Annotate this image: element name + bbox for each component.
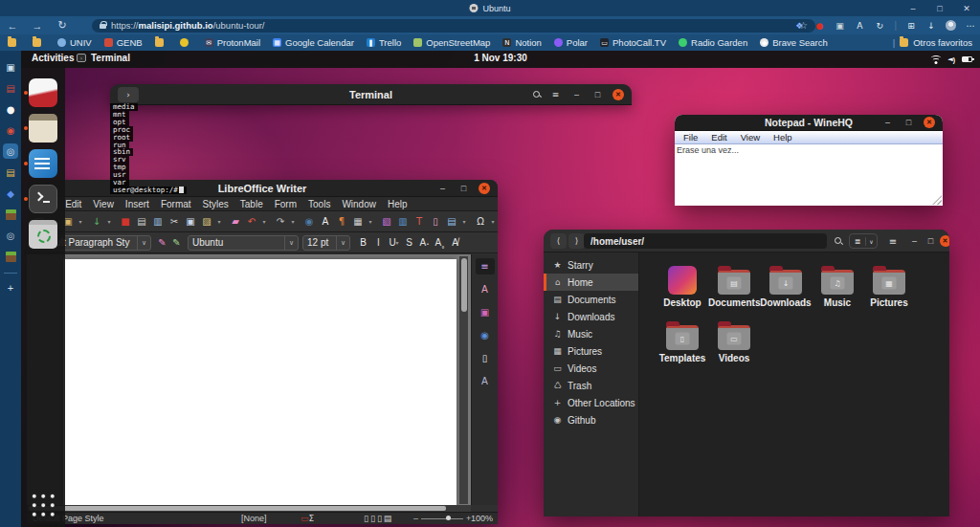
history-icon[interactable]: ↻ bbox=[874, 21, 885, 31]
extensions-hub-icon[interactable]: ⊞ bbox=[905, 21, 917, 31]
notepad-close-button[interactable]: ✕ bbox=[924, 117, 935, 128]
target-site-icon[interactable]: ◎ bbox=[3, 228, 18, 243]
folder-item[interactable]: ♫ Music bbox=[812, 266, 863, 308]
zoom-knob[interactable] bbox=[446, 516, 451, 520]
writer-menu-item[interactable]: Edit bbox=[65, 199, 81, 209]
terminal-search-icon[interactable] bbox=[533, 91, 541, 99]
sidebar-panel-icon[interactable]: ▣ bbox=[3, 59, 18, 75]
dock-browser-app[interactable] bbox=[24, 77, 62, 108]
browser-close-button[interactable]: ✕ bbox=[953, 0, 980, 16]
minecraft-site-icon[interactable] bbox=[3, 207, 18, 222]
terminal-body[interactable]: mediamntoptprocrootrunsbinsrvtmpusrvar u… bbox=[110, 103, 632, 249]
files-menu-icon[interactable]: ≡ bbox=[886, 233, 900, 249]
bookmark-item[interactable]: ▦ Google Calendar bbox=[273, 37, 354, 48]
bookmark-item[interactable] bbox=[180, 38, 192, 47]
writer-vertical-scrollbar[interactable] bbox=[459, 256, 468, 504]
files-search-icon[interactable] bbox=[831, 233, 846, 249]
files-back-button[interactable]: ⟨ bbox=[550, 233, 567, 249]
activities-button[interactable]: Activities bbox=[32, 53, 74, 63]
folder-item[interactable]: ▭ Videos bbox=[708, 321, 760, 363]
bookmark-item[interactable]: ◆ Brave Search bbox=[760, 37, 828, 48]
zoom-level[interactable]: 100% bbox=[471, 514, 493, 523]
bookmark-item[interactable]: N Notion bbox=[502, 37, 541, 48]
terminal-maximize-button[interactable]: □ bbox=[591, 90, 604, 99]
system-status-area[interactable]: ◄) bbox=[930, 51, 972, 68]
terminal-titlebar[interactable]: › Terminal ≡ – □ ✕ bbox=[110, 84, 632, 105]
other-favorites[interactable]: | Otros favoritos bbox=[893, 37, 980, 48]
bookmark-item[interactable] bbox=[33, 38, 45, 47]
show-applications-button[interactable] bbox=[31, 493, 56, 517]
folder-item[interactable]: ▤ Documents bbox=[708, 266, 760, 308]
bookmark-item[interactable]: GENB bbox=[104, 37, 143, 48]
terminal-menu-icon[interactable]: ≡ bbox=[549, 90, 562, 99]
page-deck[interactable]: ▯ bbox=[476, 350, 495, 366]
folder-item[interactable]: Desktop bbox=[657, 266, 708, 308]
forward-button[interactable]: → bbox=[25, 20, 50, 32]
settings-menu-icon[interactable]: ⋯ bbox=[965, 21, 976, 31]
adguard-extension-icon[interactable]: A bbox=[854, 21, 865, 31]
browser-minimize-button[interactable]: – bbox=[900, 0, 926, 16]
notepad-menu-item[interactable]: Help bbox=[773, 132, 792, 143]
notepad-editor[interactable]: Erase una vez... bbox=[675, 144, 943, 206]
red-extension-icon[interactable]: ● bbox=[813, 21, 825, 31]
files-forward-button[interactable]: ⟩ bbox=[568, 233, 585, 249]
notepad-menu-item[interactable]: File bbox=[683, 132, 698, 143]
gallery-deck[interactable]: ▣ bbox=[476, 304, 495, 320]
bookmark-item[interactable]: ❚ Trello bbox=[367, 37, 401, 48]
resize-grip[interactable] bbox=[932, 195, 942, 205]
bookmark-item[interactable] bbox=[8, 38, 20, 47]
folder-item[interactable]: ↓ Downloads bbox=[760, 266, 812, 308]
notepad-titlebar[interactable]: Notepad - WineHQ – □ ✕ bbox=[675, 115, 943, 131]
dock-files[interactable] bbox=[24, 113, 62, 143]
red-site-icon[interactable]: ▤ bbox=[3, 80, 18, 96]
files-sidebar-item[interactable]: ▤ Documents bbox=[544, 291, 638, 308]
zoom-slider[interactable]: – + bbox=[413, 514, 471, 523]
files-sidebar-item[interactable]: ▦ Pictures bbox=[544, 342, 638, 360]
bookmark-item[interactable]: OpenStreetMap bbox=[413, 37, 490, 48]
files-sidebar-item[interactable]: ◉ Github bbox=[544, 411, 638, 428]
notepad-menu-item[interactable]: View bbox=[741, 132, 760, 143]
files-path-bar[interactable]: /home/user/ bbox=[584, 233, 827, 249]
bookmark-item[interactable] bbox=[155, 38, 167, 47]
files-view-toggle[interactable]: ≣ ∨ bbox=[849, 233, 878, 249]
style-inspector-deck[interactable]: A bbox=[476, 373, 495, 389]
writer-page[interactable] bbox=[63, 259, 457, 505]
docs-site-icon[interactable]: ▤ bbox=[3, 165, 18, 180]
files-sidebar-item[interactable]: ♫ Music bbox=[544, 325, 638, 342]
navigator-deck[interactable]: ◉ bbox=[476, 327, 495, 343]
focused-app-indicator[interactable]: › Terminal bbox=[77, 53, 130, 63]
files-sidebar-item[interactable]: + Other Locations bbox=[544, 394, 638, 411]
bookmark-item[interactable]: ✉ ProtonMail bbox=[205, 37, 260, 48]
blue-site-icon[interactable]: ◆ bbox=[3, 186, 18, 201]
terminal-home-button[interactable]: › bbox=[118, 87, 139, 102]
files-sidebar-item[interactable]: ♺ Trash bbox=[544, 377, 638, 394]
notepad-minimize-button[interactable]: – bbox=[881, 118, 894, 127]
files-minimize-button[interactable]: – bbox=[908, 233, 921, 249]
reload-button[interactable]: ↻ bbox=[50, 19, 75, 32]
files-headerbar[interactable]: ⟨ ⟩ /home/user/ ≣ ∨ ≡ – □ ✕ bbox=[544, 230, 949, 253]
view-layout-buttons[interactable]: ▯▯▯▤ bbox=[364, 514, 393, 523]
scrollbar-thumb[interactable] bbox=[29, 506, 446, 511]
notepad-maximize-button[interactable]: □ bbox=[902, 118, 915, 127]
ubuntu-tour-site-icon[interactable]: ◎ bbox=[3, 143, 18, 159]
address-bar[interactable]: https://malisipi.github.io/ubuntu-tour/ … bbox=[92, 19, 815, 33]
dock-libreoffice-writer[interactable] bbox=[24, 148, 62, 179]
downloads-icon[interactable]: ↓ bbox=[925, 21, 937, 31]
folder-item[interactable]: ▯ Templates bbox=[657, 321, 708, 363]
bookmark-item[interactable]: Radio Garden bbox=[679, 37, 747, 48]
clock[interactable]: 1 Nov 19:30 bbox=[474, 53, 527, 63]
terminal-close-button[interactable]: ✕ bbox=[612, 89, 624, 100]
profile-avatar[interactable] bbox=[946, 20, 956, 31]
notepad-menu-item[interactable]: Edit bbox=[711, 132, 726, 143]
bookmark-item[interactable]: ▭ PhotoCall.TV bbox=[600, 37, 666, 48]
files-sidebar-item[interactable]: ↓ Downloads bbox=[544, 308, 638, 325]
browser-tab[interactable]: Ubuntu bbox=[469, 0, 510, 16]
bookmark-item[interactable]: UNIV bbox=[57, 37, 92, 48]
dock-trash[interactable] bbox=[24, 219, 62, 250]
files-sidebar-item[interactable]: ⌂ Home bbox=[544, 274, 638, 291]
selection-mode-icon[interactable]: ▭Σ bbox=[301, 514, 314, 523]
writer-horizontal-scrollbar[interactable] bbox=[27, 505, 471, 512]
collections-extension-icon[interactable]: ❖ bbox=[793, 21, 805, 31]
language-status[interactable]: [None] bbox=[241, 514, 267, 523]
terminal-minimize-button[interactable]: – bbox=[570, 90, 583, 99]
